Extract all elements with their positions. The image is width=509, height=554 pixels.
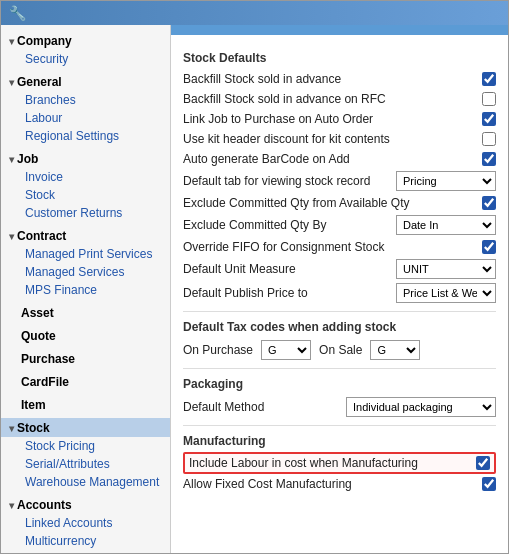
form-row-10: Default Publish Price toPrice List & Web… [183, 281, 496, 305]
sidebar-group-job[interactable]: ▾ Job [1, 149, 170, 168]
checkbox-0[interactable] [482, 72, 496, 86]
tree-group-quote: Quote [1, 324, 170, 347]
manufacturing-checkbox-0[interactable] [476, 456, 490, 470]
panel-content: Stock DefaultsBackfill Stock sold in adv… [171, 35, 508, 502]
sidebar-item-stock-pricing[interactable]: Stock Pricing [1, 437, 170, 455]
row-label-2: Link Job to Purchase on Auto Order [183, 112, 482, 126]
checkbox-6[interactable] [482, 196, 496, 210]
sidebar-item-branches[interactable]: Branches [1, 91, 170, 109]
row-control-7: Date InDate Out [396, 215, 496, 235]
row-control-2 [482, 112, 496, 126]
sidebar-group-general[interactable]: ▾ General [1, 72, 170, 91]
on-purchase-label: On Purchase [183, 343, 253, 357]
sidebar-item-managed-print-services[interactable]: Managed Print Services [1, 245, 170, 263]
manufacturing-row-0: Include Labour in cost when Manufacturin… [183, 452, 496, 474]
tree-group-general: ▾ GeneralBranchesLabourRegional Settings [1, 70, 170, 147]
row-control-4 [482, 152, 496, 166]
sidebar-group-company[interactable]: ▾ Company [1, 31, 170, 50]
sidebar-item-multicurrency[interactable]: Multicurrency [1, 532, 170, 550]
tree-group-company: ▾ CompanySecurity [1, 29, 170, 70]
checkbox-8[interactable] [482, 240, 496, 254]
sidebar-group-cardfile[interactable]: CardFile [1, 372, 170, 391]
manufacturing-label-0: Include Labour in cost when Manufacturin… [189, 456, 476, 470]
manufacturing-row-1: Allow Fixed Cost Manufacturing [183, 474, 496, 494]
row-control-6 [482, 196, 496, 210]
row-label-9: Default Unit Measure [183, 262, 396, 276]
section-title-stock-defaults: Stock Defaults [183, 51, 496, 65]
section-title-manufacturing: Manufacturing [183, 434, 496, 448]
form-row-3: Use kit header discount for kit contents [183, 129, 496, 149]
sidebar-group-stock[interactable]: ▾ Stock [1, 418, 170, 437]
sidebar-item-customer-returns[interactable]: Customer Returns [1, 204, 170, 222]
sidebar-item-serial-attributes[interactable]: Serial/Attributes [1, 455, 170, 473]
select-7[interactable]: Date InDate Out [396, 215, 496, 235]
collapse-arrow: ▾ [9, 231, 14, 242]
packaging-method-select[interactable]: Individual packagingBulk packaging [346, 397, 496, 417]
tree-group-purchase: Purchase [1, 347, 170, 370]
collapse-arrow: ▾ [9, 154, 14, 165]
form-row-4: Auto generate BarCode on Add [183, 149, 496, 169]
form-row-7: Exclude Committed Qty ByDate InDate Out [183, 213, 496, 237]
manufacturing-checkbox-1[interactable] [482, 477, 496, 491]
form-row-0: Backfill Stock sold in advance [183, 69, 496, 89]
section-title-packaging: Packaging [183, 377, 496, 391]
form-row-5: Default tab for viewing stock recordPric… [183, 169, 496, 193]
sidebar-item-warehouse-management[interactable]: Warehouse Management [1, 473, 170, 491]
row-label-5: Default tab for viewing stock record [183, 174, 396, 188]
sidebar-item-security[interactable]: Security [1, 50, 170, 68]
manufacturing-label-1: Allow Fixed Cost Manufacturing [183, 477, 482, 491]
collapse-arrow: ▾ [9, 36, 14, 47]
sidebar-item-mps-finance[interactable]: MPS Finance [1, 281, 170, 299]
row-label-10: Default Publish Price to [183, 286, 396, 300]
sidebar-item-stock[interactable]: Stock [1, 186, 170, 204]
checkbox-3[interactable] [482, 132, 496, 146]
select-9[interactable]: UNITEABOX [396, 259, 496, 279]
sidebar-group-asset[interactable]: Asset [1, 303, 170, 322]
select-5[interactable]: PricingGeneralNotes [396, 171, 496, 191]
section-title-tax: Default Tax codes when adding stock [183, 320, 496, 334]
row-control-5: PricingGeneralNotes [396, 171, 496, 191]
form-row-8: Override FIFO for Consignment Stock [183, 237, 496, 257]
sidebar-item-regional-settings[interactable]: Regional Settings [1, 127, 170, 145]
sidebar-group-item[interactable]: Item [1, 395, 170, 414]
form-row-9: Default Unit MeasureUNITEABOX [183, 257, 496, 281]
sidebar-group-accounts[interactable]: ▾ Accounts [1, 495, 170, 514]
packaging-row: Default MethodIndividual packagingBulk p… [183, 395, 496, 419]
tree-group-job: ▾ JobInvoiceStockCustomer Returns [1, 147, 170, 224]
tax-row: On PurchaseGEFNOn SaleGEFN [183, 338, 496, 362]
sidebar-item-debtors-creditors[interactable]: Debtors/Creditors [1, 550, 170, 553]
tree-group-contract: ▾ ContractManaged Print ServicesManaged … [1, 224, 170, 301]
sidebar-group-purchase[interactable]: Purchase [1, 349, 170, 368]
form-row-1: Backfill Stock sold in advance on RFC [183, 89, 496, 109]
checkbox-1[interactable] [482, 92, 496, 106]
sidebar-item-managed-services[interactable]: Managed Services [1, 263, 170, 281]
checkbox-2[interactable] [482, 112, 496, 126]
main-panel: Stock DefaultsBackfill Stock sold in adv… [171, 25, 508, 553]
on-purchase-select[interactable]: GEFN [261, 340, 311, 360]
on-sale-label: On Sale [319, 343, 362, 357]
options-window: 🔧 ▾ CompanySecurity▾ GeneralBranchesLabo… [0, 0, 509, 554]
row-label-0: Backfill Stock sold in advance [183, 72, 482, 86]
collapse-arrow: ▾ [9, 423, 14, 434]
row-label-6: Exclude Committed Qty from Available Qty [183, 196, 482, 210]
sidebar-item-invoice[interactable]: Invoice [1, 168, 170, 186]
row-control-1 [482, 92, 496, 106]
sidebar-item-linked-accounts[interactable]: Linked Accounts [1, 514, 170, 532]
sidebar-item-labour[interactable]: Labour [1, 109, 170, 127]
tree-group-stock: ▾ StockStock PricingSerial/AttributesWar… [1, 416, 170, 493]
tree-group-item: Item [1, 393, 170, 416]
sidebar-group-quote[interactable]: Quote [1, 326, 170, 345]
form-row-6: Exclude Committed Qty from Available Qty [183, 193, 496, 213]
sidebar-group-contract[interactable]: ▾ Contract [1, 226, 170, 245]
row-control-9: UNITEABOX [396, 259, 496, 279]
row-label-3: Use kit header discount for kit contents [183, 132, 482, 146]
on-sale-select[interactable]: GEFN [370, 340, 420, 360]
tree-group-asset: Asset [1, 301, 170, 324]
checkbox-4[interactable] [482, 152, 496, 166]
sidebar: ▾ CompanySecurity▾ GeneralBranchesLabour… [1, 25, 171, 553]
manufacturing-control-0 [476, 456, 490, 470]
collapse-arrow: ▾ [9, 77, 14, 88]
select-10[interactable]: Price List & WebPrice ListWeb [396, 283, 496, 303]
row-control-3 [482, 132, 496, 146]
tree-group-cardfile: CardFile [1, 370, 170, 393]
